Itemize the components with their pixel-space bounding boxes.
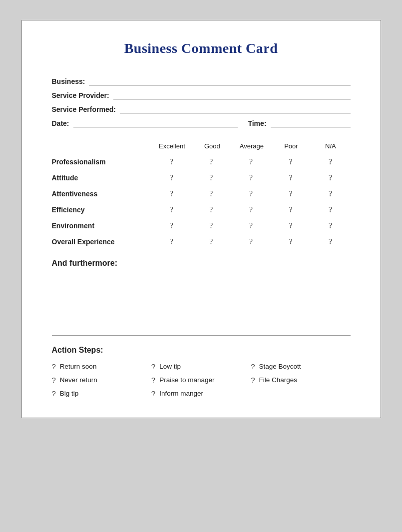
cb-ov-excellent[interactable]: ? [159, 237, 184, 246]
label-professionalism: Professionalism [52, 158, 152, 166]
rating-row-environment: Environment ? ? ? ? ? [52, 221, 351, 230]
header-average: Average [239, 142, 264, 150]
cb-env-good[interactable]: ? [199, 221, 224, 230]
cb-eff-excellent[interactable]: ? [159, 205, 184, 214]
cb-stage-boycott[interactable]: ? [251, 362, 255, 371]
service-provider-line [113, 90, 351, 99]
checkboxes-attitude: ? ? ? ? ? [152, 173, 351, 182]
label-attitude: Attitude [52, 174, 152, 182]
action-low-tip: ? Low tip [151, 362, 251, 371]
form-fields: Business: Service Provider: Service Perf… [52, 76, 351, 127]
rating-section: Excellent Good Average Poor N/A Professi… [52, 142, 351, 246]
cb-prof-na[interactable]: ? [318, 157, 343, 166]
cb-ov-na[interactable]: ? [318, 237, 343, 246]
action-return-soon: ? Return soon [52, 362, 151, 371]
action-inform-manger: ? Inform manger [151, 389, 251, 398]
cb-ov-average[interactable]: ? [238, 237, 263, 246]
cb-env-excellent[interactable]: ? [159, 221, 184, 230]
header-na: N/A [318, 142, 343, 150]
cb-eff-na[interactable]: ? [318, 205, 343, 214]
checkboxes-professionalism: ? ? ? ? ? [152, 157, 351, 166]
cb-att-excellent[interactable]: ? [159, 173, 184, 182]
label-big-tip: Big tip [60, 390, 79, 397]
checkboxes-overall: ? ? ? ? ? [152, 237, 351, 246]
time-label: Time: [248, 119, 266, 127]
cb-atv-poor[interactable]: ? [278, 189, 303, 198]
cb-eff-good[interactable]: ? [199, 205, 224, 214]
cb-eff-average[interactable]: ? [238, 205, 263, 214]
cb-env-na[interactable]: ? [318, 221, 343, 230]
date-label: Date: [52, 119, 69, 127]
checkboxes-environment: ? ? ? ? ? [152, 221, 351, 230]
action-empty [251, 389, 350, 398]
action-big-tip: ? Big tip [52, 389, 151, 398]
action-praise-manager: ? Praise to manager [151, 376, 251, 384]
label-low-tip: Low tip [159, 363, 181, 370]
cb-never-return[interactable]: ? [52, 376, 56, 384]
cb-file-charges[interactable]: ? [251, 376, 255, 384]
date-group: Date: [52, 118, 238, 127]
cb-prof-average[interactable]: ? [238, 157, 263, 166]
cb-low-tip[interactable]: ? [151, 362, 155, 371]
cb-atv-na[interactable]: ? [318, 189, 343, 198]
cb-atv-good[interactable]: ? [199, 189, 224, 198]
action-file-charges: ? File Charges [251, 376, 350, 384]
time-group: Time: [248, 118, 350, 127]
header-poor: Poor [279, 142, 304, 150]
action-never-return: ? Never return [52, 376, 151, 384]
label-inform-manger: Inform manger [159, 390, 203, 397]
cb-prof-poor[interactable]: ? [278, 157, 303, 166]
label-never-return: Never return [60, 376, 97, 384]
cb-att-na[interactable]: ? [318, 173, 343, 182]
label-file-charges: File Charges [259, 376, 298, 384]
label-environment: Environment [52, 222, 152, 230]
cb-big-tip[interactable]: ? [52, 389, 56, 398]
rating-row-attitude: Attitude ? ? ? ? ? [52, 173, 351, 182]
rating-row-overall: Overall Experience ? ? ? ? ? [52, 237, 351, 246]
action-stage-boycott: ? Stage Boycott [251, 362, 350, 371]
business-line [89, 76, 350, 85]
cb-att-average[interactable]: ? [238, 173, 263, 182]
cb-env-average[interactable]: ? [238, 221, 263, 230]
cb-atv-excellent[interactable]: ? [159, 189, 184, 198]
cb-ov-good[interactable]: ? [199, 237, 224, 246]
cb-atv-average[interactable]: ? [238, 189, 263, 198]
rating-header-row: Excellent Good Average Poor N/A [52, 142, 351, 152]
label-stage-boycott: Stage Boycott [259, 363, 301, 370]
rating-row-attentiveness: Attentiveness ? ? ? ? ? [52, 189, 351, 198]
service-performed-label: Service Performed: [52, 105, 116, 113]
cb-att-poor[interactable]: ? [278, 173, 303, 182]
business-row: Business: [52, 76, 351, 85]
label-attentiveness: Attentiveness [52, 190, 152, 198]
cb-praise-manager[interactable]: ? [151, 376, 155, 384]
time-line [271, 118, 351, 127]
furthermore-title: And furthermore: [52, 259, 351, 268]
rating-cols: Excellent Good Average Poor N/A [152, 142, 351, 150]
furthermore-section: And furthermore: [52, 259, 351, 325]
cb-eff-poor[interactable]: ? [278, 205, 303, 214]
service-performed-line [120, 104, 351, 113]
cb-inform-manger[interactable]: ? [151, 389, 155, 398]
cb-prof-excellent[interactable]: ? [159, 157, 184, 166]
action-steps-section: Action Steps: ? Return soon ? Low tip ? … [52, 346, 351, 398]
comment-card: Business Comment Card Business: Service … [21, 20, 381, 418]
label-efficiency: Efficiency [52, 206, 152, 214]
rating-row-efficiency: Efficiency ? ? ? ? ? [52, 205, 351, 214]
cb-ov-poor[interactable]: ? [278, 237, 303, 246]
label-overall: Overall Experience [52, 238, 152, 246]
business-label: Business: [52, 77, 85, 85]
cb-prof-good[interactable]: ? [199, 157, 224, 166]
checkboxes-efficiency: ? ? ? ? ? [152, 205, 351, 214]
action-steps-title: Action Steps: [52, 346, 351, 355]
label-return-soon: Return soon [60, 363, 97, 370]
header-excellent: Excellent [159, 142, 185, 150]
label-praise-manager: Praise to manager [159, 376, 214, 384]
furthermore-space [52, 275, 351, 325]
cb-return-soon[interactable]: ? [52, 362, 56, 371]
cb-env-poor[interactable]: ? [278, 221, 303, 230]
service-provider-label: Service Provider: [52, 91, 109, 99]
cb-att-good[interactable]: ? [199, 173, 224, 182]
date-line [73, 118, 238, 127]
card-title: Business Comment Card [52, 40, 351, 56]
checkboxes-attentiveness: ? ? ? ? ? [152, 189, 351, 198]
